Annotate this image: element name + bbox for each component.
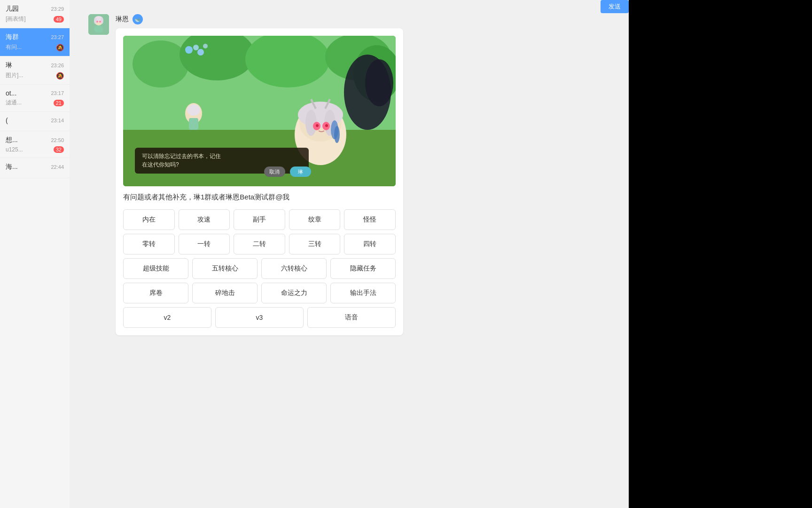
svg-point-6 [96,21,98,23]
sidebar-item-4[interactable]: ot... 23:17 滤通... 21 [0,85,70,112]
sidebar-item-1-preview: [画表情] [6,15,26,23]
sidebar-item-6-badge: 32 [54,146,64,153]
main-chat: 琳恩 🐋 [70,0,629,508]
svg-point-10 [133,40,189,87]
btn-three-turn[interactable]: 三转 [289,234,341,254]
message-text: 有问题或者其他补充，琳1群或者琳恩Beta测试群@我 [123,192,396,203]
sidebar-item-6-preview: u125... [6,146,23,153]
sidebar-item-1-name: 儿园 [6,5,19,13]
sidebar-item-2-time: 23:27 [51,34,64,40]
button-grid: 内在 攻速 副手 纹章 怪怪 零转 一转 二转 三转 四转 [123,209,396,328]
avatar-image [88,14,109,35]
btn-ground-strike[interactable]: 碎地击 [192,283,258,303]
svg-point-15 [185,46,193,54]
btn-row-2: 零转 一转 二转 三转 四转 [123,234,396,254]
btn-fate-power[interactable]: 命运之力 [261,283,327,303]
sidebar-item-7-time: 22:44 [51,164,64,170]
sidebar-item-2-preview: 有问... [6,43,22,51]
btn-one-turn[interactable]: 一转 [179,234,230,254]
svg-point-16 [193,45,199,50]
svg-point-21 [365,59,393,106]
svg-text:琳: 琳 [298,169,303,175]
btn-emblem[interactable]: 纹章 [289,209,341,230]
svg-text:取消: 取消 [269,169,280,175]
svg-point-34 [316,124,319,127]
right-panel: 发送 [629,0,812,508]
btn-v2[interactable]: v2 [123,307,211,328]
btn-row-3: 超级技能 五转核心 六转核心 隐藏任务 [123,258,396,279]
game-scene: 可以清除忘记过去的书本，记住 在这代你知吗? 取消 琳 [123,36,396,186]
btn-output-method[interactable]: 输出手法 [330,283,396,303]
send-button[interactable]: 发送 [601,0,629,13]
sidebar-item-1[interactable]: 儿园 23:29 [画表情] 49 [0,0,70,28]
sidebar-item-4-badge: 21 [54,100,64,106]
btn-attack-speed[interactable]: 攻速 [179,209,230,230]
btn-two-turn[interactable]: 二转 [234,234,285,254]
btn-super-skill[interactable]: 超级技能 [123,258,188,279]
sidebar-item-2-name: 海群 [6,33,19,41]
sidebar-item-1-badge: 49 [54,16,64,23]
sidebar-item-3-time: 23:26 [51,63,64,68]
sidebar-item-6[interactable]: 想... 22:50 u125... 32 [0,131,70,158]
btn-sweep[interactable]: 席卷 [123,283,188,303]
svg-point-35 [325,124,328,127]
mute-icon-3: 🔕 [56,72,64,79]
sidebar-item-7-name: 海... [6,163,18,171]
btn-monster[interactable]: 怪怪 [344,209,396,230]
svg-point-8 [94,25,103,33]
btn-zero-turn[interactable]: 零转 [123,234,175,254]
sidebar-item-5[interactable]: ( 23:14 [0,112,70,131]
message-name-row: 琳恩 🐋 [116,14,403,24]
sidebar-item-3[interactable]: 琳 23:26 图片]... 🔕 [0,56,70,85]
sidebar-item-5-time: 23:14 [51,118,64,123]
btn-hidden-quest[interactable]: 隐藏任务 [330,258,396,279]
sidebar-item-7[interactable]: 海... 22:44 [0,158,70,178]
message-content: 琳恩 🐋 [116,14,403,335]
btn-v3[interactable]: v3 [215,307,304,328]
svg-point-37 [334,126,340,143]
sidebar: 儿园 23:29 [画表情] 49 海群 23:27 有问... 🔕 琳 23:… [0,0,70,508]
sidebar-item-4-preview: 滤通... [6,99,22,107]
sidebar-item-3-preview: 图片]... [6,71,23,79]
sender-name: 琳恩 [116,15,129,24]
sidebar-item-5-name: ( [6,117,8,124]
btn-inner[interactable]: 内在 [123,209,175,230]
chat-area: 琳恩 🐋 [70,0,629,508]
btn-five-turn-core[interactable]: 五转核心 [192,258,258,279]
message-bubble: 可以清除忘记过去的书本，记住 在这代你知吗? 取消 琳 [116,28,403,335]
sidebar-item-6-name: 想... [6,136,18,144]
btn-row-1: 内在 攻速 副手 纹章 怪怪 [123,209,396,230]
avatar [88,14,109,35]
btn-voice[interactable]: 语音 [307,307,396,328]
sidebar-item-3-name: 琳 [6,61,12,70]
mute-icon-2: 🔕 [56,44,64,51]
svg-point-23 [187,104,200,116]
svg-point-5 [101,17,103,24]
game-screenshot: 可以清除忘记过去的书本，记住 在这代你知吗? 取消 琳 [123,36,396,186]
btn-secondary[interactable]: 副手 [234,209,285,230]
sidebar-item-6-time: 22:50 [51,137,64,143]
sidebar-item-4-name: ot... [6,89,16,97]
verified-badge: 🐋 [133,14,143,24]
message-row: 琳恩 🐋 [88,14,610,335]
btn-row-4: 席卷 碎地击 命运之力 输出手法 [123,283,396,303]
btn-four-turn[interactable]: 四转 [344,234,396,254]
svg-point-7 [99,21,101,23]
sidebar-item-2[interactable]: 海群 23:27 有问... 🔕 [0,28,70,56]
svg-rect-24 [189,118,198,130]
sidebar-item-4-time: 23:17 [51,90,64,96]
svg-point-4 [94,17,97,24]
svg-text:在这代你知吗?: 在这代你知吗? [142,161,179,168]
verified-icon: 🐋 [134,16,141,23]
svg-point-18 [203,44,208,48]
svg-point-17 [197,49,204,56]
btn-six-turn-core[interactable]: 六转核心 [261,258,327,279]
btn-row-5: v2 v3 语音 [123,307,396,328]
sidebar-item-1-time: 23:29 [51,6,64,12]
svg-text:可以清除忘记过去的书本，记住: 可以清除忘记过去的书本，记住 [142,153,221,159]
